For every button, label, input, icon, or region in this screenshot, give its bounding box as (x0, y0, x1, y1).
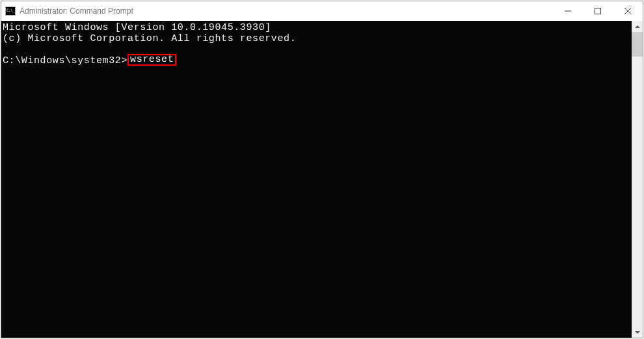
close-button[interactable] (613, 1, 643, 21)
scroll-track[interactable] (632, 32, 643, 327)
scroll-down-button[interactable] (632, 327, 643, 338)
maximize-button[interactable] (583, 1, 613, 21)
copyright-line: (c) Microsoft Corporation. All rights re… (3, 33, 296, 44)
command-text: wsreset (130, 54, 174, 65)
client-area: Microsoft Windows [Version 10.0.19045.39… (1, 21, 643, 338)
window-title: Administrator: Command Prompt (20, 7, 553, 16)
version-line: Microsoft Windows [Version 10.0.19045.39… (3, 22, 271, 33)
titlebar[interactable]: Administrator: Command Prompt (1, 1, 643, 21)
vertical-scrollbar[interactable] (632, 21, 643, 338)
window-controls (553, 1, 643, 21)
scroll-thumb[interactable] (632, 32, 643, 57)
prompt-text: C:\Windows\system32> (3, 55, 127, 66)
command-highlight: wsreset (127, 54, 176, 66)
close-icon (624, 8, 631, 14)
chevron-up-icon (635, 25, 640, 28)
minimize-button[interactable] (553, 1, 583, 21)
minimize-icon (565, 8, 571, 14)
scroll-up-button[interactable] (632, 21, 643, 32)
cmd-icon (5, 7, 16, 16)
svg-rect-0 (595, 8, 601, 14)
command-prompt-window: Administrator: Command Prompt Microsoft … (1, 1, 643, 338)
chevron-down-icon (635, 331, 640, 334)
terminal-output[interactable]: Microsoft Windows [Version 10.0.19045.39… (1, 21, 632, 338)
maximize-icon (595, 8, 601, 14)
